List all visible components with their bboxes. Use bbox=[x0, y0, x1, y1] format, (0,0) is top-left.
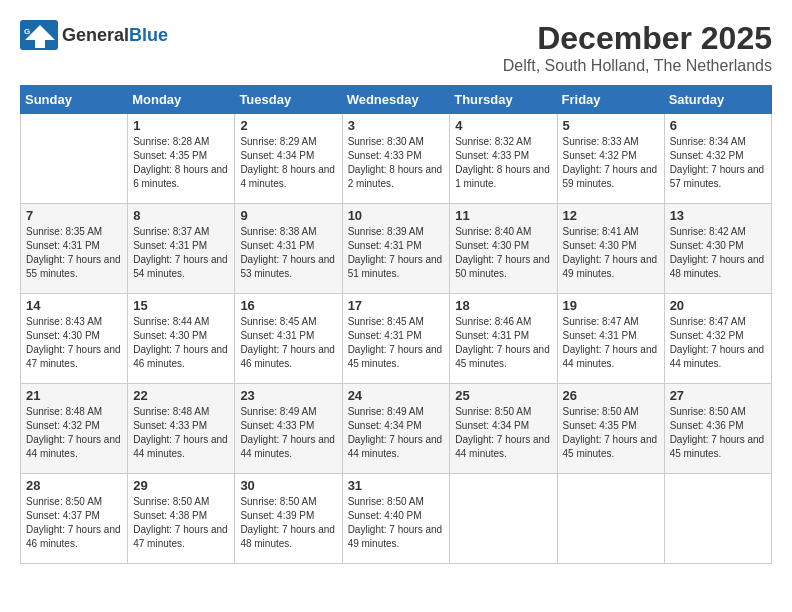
cell-daylight: Daylight: 7 hours and 45 minutes. bbox=[563, 433, 659, 461]
cell-sunset: Sunset: 4:30 PM bbox=[455, 239, 551, 253]
cell-day-number: 18 bbox=[455, 298, 551, 313]
cell-daylight: Daylight: 7 hours and 45 minutes. bbox=[455, 343, 551, 371]
cell-sunrise: Sunrise: 8:35 AM bbox=[26, 225, 122, 239]
cell-sunrise: Sunrise: 8:50 AM bbox=[240, 495, 336, 509]
cell-sunset: Sunset: 4:30 PM bbox=[670, 239, 766, 253]
cell-info: Sunrise: 8:34 AMSunset: 4:32 PMDaylight:… bbox=[670, 135, 766, 191]
cell-sunrise: Sunrise: 8:50 AM bbox=[133, 495, 229, 509]
calendar-header-monday: Monday bbox=[128, 86, 235, 114]
cell-daylight: Daylight: 7 hours and 48 minutes. bbox=[240, 523, 336, 551]
cell-sunset: Sunset: 4:31 PM bbox=[26, 239, 122, 253]
cell-day-number: 12 bbox=[563, 208, 659, 223]
calendar-cell: 20Sunrise: 8:47 AMSunset: 4:32 PMDayligh… bbox=[664, 294, 771, 384]
calendar-header-row: SundayMondayTuesdayWednesdayThursdayFrid… bbox=[21, 86, 772, 114]
cell-daylight: Daylight: 7 hours and 46 minutes. bbox=[133, 343, 229, 371]
cell-sunset: Sunset: 4:33 PM bbox=[133, 419, 229, 433]
cell-day-number: 5 bbox=[563, 118, 659, 133]
logo-icon: G bbox=[20, 20, 58, 50]
cell-day-number: 16 bbox=[240, 298, 336, 313]
cell-info: Sunrise: 8:49 AMSunset: 4:34 PMDaylight:… bbox=[348, 405, 445, 461]
calendar-cell: 22Sunrise: 8:48 AMSunset: 4:33 PMDayligh… bbox=[128, 384, 235, 474]
cell-daylight: Daylight: 7 hours and 55 minutes. bbox=[26, 253, 122, 281]
cell-day-number: 7 bbox=[26, 208, 122, 223]
cell-daylight: Daylight: 7 hours and 44 minutes. bbox=[26, 433, 122, 461]
cell-day-number: 6 bbox=[670, 118, 766, 133]
calendar-cell: 10Sunrise: 8:39 AMSunset: 4:31 PMDayligh… bbox=[342, 204, 450, 294]
calendar-cell: 18Sunrise: 8:46 AMSunset: 4:31 PMDayligh… bbox=[450, 294, 557, 384]
calendar-cell: 11Sunrise: 8:40 AMSunset: 4:30 PMDayligh… bbox=[450, 204, 557, 294]
cell-sunrise: Sunrise: 8:50 AM bbox=[670, 405, 766, 419]
cell-sunset: Sunset: 4:38 PM bbox=[133, 509, 229, 523]
cell-day-number: 4 bbox=[455, 118, 551, 133]
cell-info: Sunrise: 8:30 AMSunset: 4:33 PMDaylight:… bbox=[348, 135, 445, 191]
cell-sunrise: Sunrise: 8:33 AM bbox=[563, 135, 659, 149]
cell-sunset: Sunset: 4:34 PM bbox=[455, 419, 551, 433]
cell-sunrise: Sunrise: 8:48 AM bbox=[133, 405, 229, 419]
cell-sunrise: Sunrise: 8:37 AM bbox=[133, 225, 229, 239]
calendar-week-row: 21Sunrise: 8:48 AMSunset: 4:32 PMDayligh… bbox=[21, 384, 772, 474]
cell-sunset: Sunset: 4:34 PM bbox=[348, 419, 445, 433]
cell-day-number: 8 bbox=[133, 208, 229, 223]
cell-info: Sunrise: 8:28 AMSunset: 4:35 PMDaylight:… bbox=[133, 135, 229, 191]
cell-day-number: 21 bbox=[26, 388, 122, 403]
cell-day-number: 11 bbox=[455, 208, 551, 223]
cell-info: Sunrise: 8:50 AMSunset: 4:36 PMDaylight:… bbox=[670, 405, 766, 461]
cell-sunset: Sunset: 4:39 PM bbox=[240, 509, 336, 523]
cell-info: Sunrise: 8:40 AMSunset: 4:30 PMDaylight:… bbox=[455, 225, 551, 281]
calendar-cell: 17Sunrise: 8:45 AMSunset: 4:31 PMDayligh… bbox=[342, 294, 450, 384]
calendar-header-thursday: Thursday bbox=[450, 86, 557, 114]
cell-daylight: Daylight: 7 hours and 46 minutes. bbox=[240, 343, 336, 371]
calendar-body: 1Sunrise: 8:28 AMSunset: 4:35 PMDaylight… bbox=[21, 114, 772, 564]
cell-info: Sunrise: 8:50 AMSunset: 4:34 PMDaylight:… bbox=[455, 405, 551, 461]
logo: G GeneralBlue bbox=[20, 20, 168, 50]
cell-day-number: 19 bbox=[563, 298, 659, 313]
cell-sunrise: Sunrise: 8:42 AM bbox=[670, 225, 766, 239]
calendar-cell: 29Sunrise: 8:50 AMSunset: 4:38 PMDayligh… bbox=[128, 474, 235, 564]
cell-day-number: 15 bbox=[133, 298, 229, 313]
cell-sunrise: Sunrise: 8:43 AM bbox=[26, 315, 122, 329]
calendar-cell bbox=[450, 474, 557, 564]
cell-daylight: Daylight: 7 hours and 45 minutes. bbox=[670, 433, 766, 461]
calendar-cell bbox=[664, 474, 771, 564]
calendar-cell: 9Sunrise: 8:38 AMSunset: 4:31 PMDaylight… bbox=[235, 204, 342, 294]
cell-daylight: Daylight: 7 hours and 53 minutes. bbox=[240, 253, 336, 281]
calendar-cell: 30Sunrise: 8:50 AMSunset: 4:39 PMDayligh… bbox=[235, 474, 342, 564]
cell-sunset: Sunset: 4:35 PM bbox=[133, 149, 229, 163]
calendar-cell: 31Sunrise: 8:50 AMSunset: 4:40 PMDayligh… bbox=[342, 474, 450, 564]
cell-sunrise: Sunrise: 8:29 AM bbox=[240, 135, 336, 149]
cell-sunrise: Sunrise: 8:46 AM bbox=[455, 315, 551, 329]
cell-sunrise: Sunrise: 8:40 AM bbox=[455, 225, 551, 239]
cell-daylight: Daylight: 7 hours and 48 minutes. bbox=[670, 253, 766, 281]
calendar-cell: 8Sunrise: 8:37 AMSunset: 4:31 PMDaylight… bbox=[128, 204, 235, 294]
calendar-cell: 4Sunrise: 8:32 AMSunset: 4:33 PMDaylight… bbox=[450, 114, 557, 204]
cell-day-number: 13 bbox=[670, 208, 766, 223]
calendar-header-tuesday: Tuesday bbox=[235, 86, 342, 114]
calendar-cell bbox=[21, 114, 128, 204]
logo-blue: Blue bbox=[129, 25, 168, 45]
calendar-cell: 7Sunrise: 8:35 AMSunset: 4:31 PMDaylight… bbox=[21, 204, 128, 294]
calendar-cell: 3Sunrise: 8:30 AMSunset: 4:33 PMDaylight… bbox=[342, 114, 450, 204]
cell-day-number: 17 bbox=[348, 298, 445, 313]
title-area: December 2025 Delft, South Holland, The … bbox=[503, 20, 772, 75]
calendar-cell: 2Sunrise: 8:29 AMSunset: 4:34 PMDaylight… bbox=[235, 114, 342, 204]
cell-daylight: Daylight: 8 hours and 6 minutes. bbox=[133, 163, 229, 191]
cell-sunrise: Sunrise: 8:47 AM bbox=[563, 315, 659, 329]
cell-info: Sunrise: 8:49 AMSunset: 4:33 PMDaylight:… bbox=[240, 405, 336, 461]
cell-daylight: Daylight: 7 hours and 50 minutes. bbox=[455, 253, 551, 281]
cell-info: Sunrise: 8:35 AMSunset: 4:31 PMDaylight:… bbox=[26, 225, 122, 281]
cell-daylight: Daylight: 7 hours and 47 minutes. bbox=[133, 523, 229, 551]
cell-sunset: Sunset: 4:31 PM bbox=[240, 239, 336, 253]
cell-sunrise: Sunrise: 8:47 AM bbox=[670, 315, 766, 329]
cell-daylight: Daylight: 7 hours and 44 minutes. bbox=[133, 433, 229, 461]
cell-info: Sunrise: 8:50 AMSunset: 4:37 PMDaylight:… bbox=[26, 495, 122, 551]
cell-daylight: Daylight: 8 hours and 4 minutes. bbox=[240, 163, 336, 191]
cell-sunset: Sunset: 4:37 PM bbox=[26, 509, 122, 523]
cell-sunset: Sunset: 4:33 PM bbox=[240, 419, 336, 433]
month-title: December 2025 bbox=[503, 20, 772, 57]
calendar-cell: 27Sunrise: 8:50 AMSunset: 4:36 PMDayligh… bbox=[664, 384, 771, 474]
cell-daylight: Daylight: 7 hours and 51 minutes. bbox=[348, 253, 445, 281]
cell-info: Sunrise: 8:39 AMSunset: 4:31 PMDaylight:… bbox=[348, 225, 445, 281]
cell-info: Sunrise: 8:43 AMSunset: 4:30 PMDaylight:… bbox=[26, 315, 122, 371]
cell-sunset: Sunset: 4:32 PM bbox=[670, 149, 766, 163]
calendar-table: SundayMondayTuesdayWednesdayThursdayFrid… bbox=[20, 85, 772, 564]
